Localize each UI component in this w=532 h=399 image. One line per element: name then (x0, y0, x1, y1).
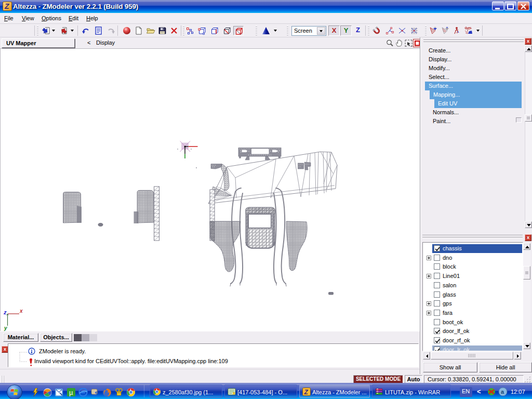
svg-text:x: x (19, 308, 23, 314)
svg-text:y: y (4, 325, 7, 331)
svg-text:z: z (3, 309, 7, 315)
svg-text:µ: µ (69, 389, 73, 396)
svg-text:Z: Z (304, 389, 309, 396)
svg-text:a: a (501, 389, 504, 395)
svg-text:ZModeler is ready.: ZModeler is ready. (39, 348, 86, 354)
svg-text:Invalid viewport kind for CEdi: Invalid viewport kind for CEditUVTool::a… (34, 358, 228, 364)
